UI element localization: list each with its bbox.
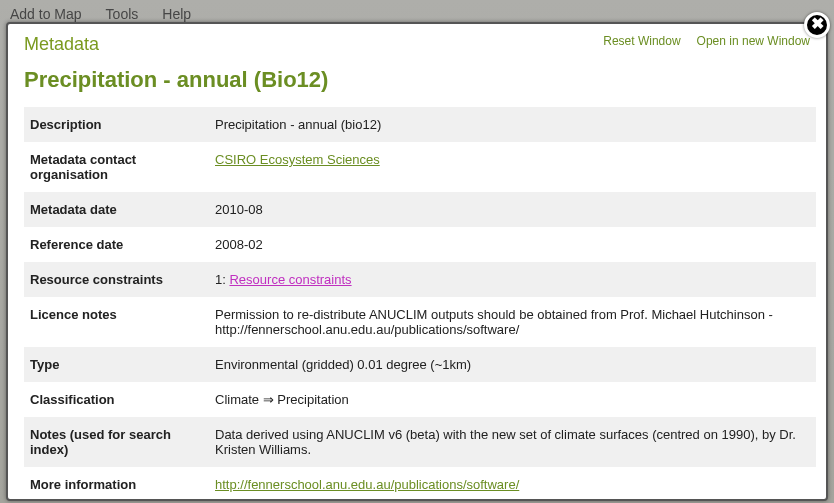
metadata-table: Description Precipitation - annual (bio1…	[24, 107, 816, 499]
value-type: Environmental (gridded) 0.01 degree (~1k…	[209, 347, 816, 382]
row-type: Type Environmental (gridded) 0.01 degree…	[24, 347, 816, 382]
label-reference-date: Reference date	[24, 227, 209, 262]
value-licence-notes: Permission to re-distribute ANUCLIM outp…	[209, 297, 816, 347]
label-description: Description	[24, 107, 209, 142]
row-notes: Notes (used for search index) Data deriv…	[24, 417, 816, 467]
close-icon[interactable]: ✖	[804, 12, 830, 38]
dialog-title: Metadata	[24, 34, 99, 55]
label-contact-org: Metadata contact organisation	[24, 142, 209, 192]
reset-window-link[interactable]: Reset Window	[603, 34, 680, 48]
link-resource-constraints[interactable]: Resource constraints	[229, 272, 351, 287]
label-resource-constraints: Resource constraints	[24, 262, 209, 297]
bg-menu-tools: Tools	[106, 6, 139, 22]
value-reference-date: 2008-02	[209, 227, 816, 262]
row-reference-date: Reference date 2008-02	[24, 227, 816, 262]
value-resource-constraints: 1: Resource constraints	[209, 262, 816, 297]
dialog-body-scroll[interactable]: Precipitation - annual (Bio12) Descripti…	[8, 61, 826, 499]
label-more-info: More information	[24, 467, 209, 499]
row-more-info: More information http://fennerschool.anu…	[24, 467, 816, 499]
label-classification: Classification	[24, 382, 209, 417]
row-classification: Classification Climate ⇒ Precipitation	[24, 382, 816, 417]
label-notes: Notes (used for search index)	[24, 417, 209, 467]
value-description: Precipitation - annual (bio12)	[209, 107, 816, 142]
value-notes: Data derived using ANUCLIM v6 (beta) wit…	[209, 417, 816, 467]
label-metadata-date: Metadata date	[24, 192, 209, 227]
row-resource-constraints: Resource constraints 1: Resource constra…	[24, 262, 816, 297]
value-classification: Climate ⇒ Precipitation	[209, 382, 816, 417]
bg-menu-addtomap: Add to Map	[10, 6, 82, 22]
bg-menu-help: Help	[162, 6, 191, 22]
open-new-window-link[interactable]: Open in new Window	[697, 34, 810, 48]
row-contact-org: Metadata contact organisation CSIRO Ecos…	[24, 142, 816, 192]
value-metadata-date: 2010-08	[209, 192, 816, 227]
row-metadata-date: Metadata date 2010-08	[24, 192, 816, 227]
link-contact-org[interactable]: CSIRO Ecosystem Sciences	[215, 152, 380, 167]
link-more-info[interactable]: http://fennerschool.anu.edu.au/publicati…	[215, 477, 519, 492]
page-title: Precipitation - annual (Bio12)	[24, 67, 816, 93]
constraint-prefix: 1:	[215, 272, 229, 287]
label-licence-notes: Licence notes	[24, 297, 209, 347]
row-licence-notes: Licence notes Permission to re-distribut…	[24, 297, 816, 347]
row-description: Description Precipitation - annual (bio1…	[24, 107, 816, 142]
metadata-dialog: ✖ Metadata Reset Window Open in new Wind…	[6, 22, 828, 501]
label-type: Type	[24, 347, 209, 382]
